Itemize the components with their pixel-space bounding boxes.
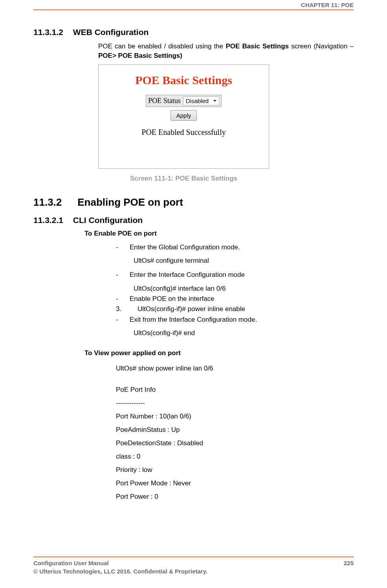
figure-status-message: POE Enabled Successfully [99,128,269,137]
figure-controls: POE Status Disabled Apply [99,95,269,121]
list-item: - Enter the Interface Configuration mode [116,270,354,280]
cli-command: UltOs# show power inline lan 0/6 [116,362,354,375]
dash-bullet: - [116,315,130,325]
view-output: UltOs# show power inline lan 0/6 PoE Por… [116,362,354,503]
enable-steps: - Enter the Global Configuration mode. U… [116,242,354,339]
figure-poe-basic-settings: POE Basic Settings POE Status Disabled A… [98,65,269,169]
heading-number: 11.3.2.1 [33,216,71,225]
cli-command: UltOs(config)# interface lan 0/6 [134,284,354,294]
list-item: - Enable POE on the interface [116,294,354,304]
page-content: 11.3.1.2 WEB Configuration POE can be en… [33,22,354,549]
dash-bullet: - [116,242,130,253]
poe-status-select[interactable]: Disabled [183,96,219,105]
chapter-label: CHAPTER 11: POE [301,2,354,8]
footer-rule [33,557,354,557]
footer-left: Configuration User Manual © Ulterius Tec… [33,559,207,575]
heading-enabling-poe: 11.3.2 Enabling POE on port [33,196,354,208]
output-line: Port Number : 10(lan 0/6) [116,410,354,423]
figure-caption: Screen 111-1: POE Basic Settings [98,175,269,182]
output-line: class : 0 [116,450,354,463]
dash-bullet: - [116,270,130,280]
poe-status-value: Disabled [186,98,209,104]
dash-bullet: - [116,294,130,304]
chevron-down-icon [213,100,216,102]
cli-command: UltOs# configure terminal [134,256,354,266]
footer-doc-title: Configuration User Manual [33,559,207,567]
output-line: Priority : low [116,463,354,477]
heading-text: Enabling POE on port [77,196,183,208]
output-line: ------------- [116,396,354,410]
cli-command: UltOs(config-if)# end [134,328,354,338]
number-bullet: 3. [116,304,130,314]
footer-copyright: © Ulterius Technologies, LLC 2016. Confi… [33,567,207,575]
output-line: PoeAdminStatus : Up [116,423,354,437]
header-rule [33,9,354,10]
subhead-enable-poe: To Enable POE on port [84,230,354,238]
subhead-view-power: To View power applied on port [84,349,354,357]
heading-cli-config: 11.3.2.1 CLI Configuration [33,216,354,225]
page-number: 225 [344,559,354,567]
page-footer: Configuration User Manual © Ulterius Tec… [33,559,354,575]
heading-text: WEB Configuration [73,28,149,37]
output-line: Port Power : 0 [116,490,354,503]
heading-number: 11.3.2 [33,196,75,208]
heading-text: CLI Configuration [73,216,143,225]
heading-web-config: 11.3.1.2 WEB Configuration [33,28,354,37]
poe-status-label: POE Status [148,97,181,105]
heading-number: 11.3.1.2 [33,28,71,37]
output-line: PoE Port Info [116,383,354,396]
list-item: - Enter the Global Configuration mode. [116,242,354,253]
output-line: Port Power Mode : Never [116,477,354,490]
output-line: PoeDetectionState : Disabled [116,437,354,450]
list-item: - Exit from the Interface Configuration … [116,315,354,325]
cli-command: UltOs(config-if)# power inline enable [138,304,245,314]
apply-button[interactable]: Apply [171,110,197,121]
intro-paragraph: POE can be enabled / disabled using the … [98,42,354,61]
status-row: POE Status Disabled [146,95,222,107]
list-item: 3. UltOs(config-if)# power inline enable [116,304,354,314]
figure-title: POE Basic Settings [99,74,269,87]
